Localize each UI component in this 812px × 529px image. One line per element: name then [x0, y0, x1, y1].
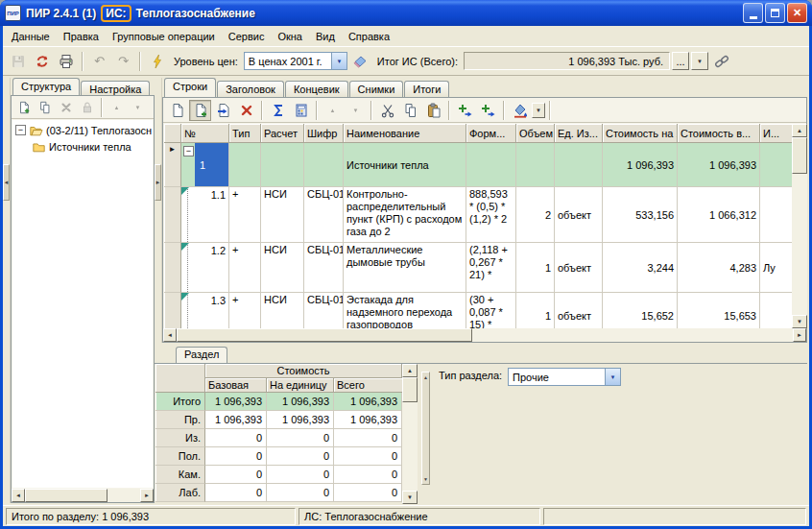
scroll-right-button[interactable]: ► — [140, 489, 154, 502]
grid-horizontal-scrollbar[interactable]: ◄ ► — [163, 328, 806, 342]
grid-header-calc[interactable]: Расчет — [261, 124, 304, 143]
row-up-button[interactable]: ▲ — [322, 100, 344, 121]
grid-cell-cost-total[interactable]: 4,283 — [678, 243, 760, 293]
grid-cell-formula[interactable] — [466, 143, 516, 187]
scroll-up-button[interactable]: ▲ — [402, 364, 418, 377]
minimize-button[interactable] — [743, 3, 763, 23]
grid-cell-marker[interactable] — [164, 187, 181, 243]
fill-color-dropdown[interactable]: ▼ — [532, 103, 545, 118]
grid-cell-extra[interactable] — [760, 187, 792, 243]
grid-cell-name[interactable]: Источники тепла — [344, 143, 466, 187]
scrollbar-track[interactable] — [792, 137, 807, 315]
grid-vertical-scrollbar[interactable]: ▲ ▼ — [792, 124, 807, 328]
close-button[interactable]: ✕ — [787, 3, 807, 23]
insert-row-button[interactable] — [189, 100, 211, 121]
grid-cell-calc[interactable] — [261, 143, 304, 187]
save-button[interactable] — [7, 51, 29, 72]
grid-cell-code[interactable]: СБЦ-01- — [304, 293, 344, 328]
add-position-button[interactable] — [454, 100, 476, 121]
grid-cell-marker[interactable] — [164, 293, 181, 328]
grid-cell-marker[interactable] — [164, 243, 181, 293]
grid-row-group-1[interactable]: ► − 1 Источники тепла — [164, 143, 792, 187]
grid-cell-unit[interactable]: объект — [555, 293, 603, 328]
scroll-right-button[interactable]: ► — [793, 328, 806, 342]
tree-node-root[interactable]: − (03-2/11) Теплогазосн — [12, 122, 153, 138]
tree-horizontal-scrollbar[interactable]: ◄ ► — [12, 489, 154, 502]
grid-cell-calc[interactable]: НСИ — [261, 187, 304, 243]
grid-cell-type[interactable]: + — [229, 243, 261, 293]
collapse-icon[interactable]: − — [15, 125, 26, 135]
chevron-down-icon[interactable]: ▼ — [331, 53, 346, 69]
bottom-splitter[interactable]: ▲ ▼ — [421, 372, 430, 485]
selected-cell[interactable]: 1 — [195, 143, 228, 186]
scrollbar-track[interactable] — [177, 328, 793, 342]
tab-snapshots[interactable]: Снимки — [349, 81, 404, 97]
grid-cell-type[interactable]: + — [229, 293, 261, 328]
grid-cell-num[interactable]: 1.2 — [181, 243, 229, 293]
grid-cell-unit[interactable]: объект — [555, 187, 603, 243]
grid-cell-extra[interactable] — [760, 293, 792, 328]
grid-cell-cost-per-unit[interactable]: 1 096,393 — [603, 143, 678, 187]
grid-cell-calc[interactable]: НСИ — [261, 293, 304, 328]
grid-cell-type[interactable]: + — [229, 187, 261, 243]
fill-color-button[interactable] — [509, 100, 531, 121]
grid-cell-calc[interactable]: НСИ — [261, 243, 304, 293]
grid-cell-unit[interactable] — [555, 143, 603, 187]
collapse-icon[interactable]: − — [183, 146, 194, 156]
grid-cell-num[interactable]: 1.3 — [181, 293, 229, 328]
center-splitter[interactable]: ► — [155, 78, 162, 343]
scroll-left-button[interactable]: ◄ — [163, 328, 177, 342]
summary-header-total[interactable]: Всего — [334, 378, 402, 393]
copy-button[interactable] — [399, 100, 421, 121]
grid-cell-cost-per-unit[interactable]: 533,156 — [603, 187, 678, 243]
add-resource-button[interactable] — [477, 100, 499, 121]
grid-header-type[interactable]: Тип — [229, 124, 261, 143]
add-child-row-button[interactable] — [212, 100, 234, 121]
grid-cell-type[interactable] — [229, 143, 261, 187]
tree-node-child[interactable]: Источники тепла — [12, 138, 153, 155]
tab-section[interactable]: Раздел — [176, 347, 227, 363]
tab-structure[interactable]: Структура — [12, 78, 80, 95]
lock-section-button[interactable] — [77, 98, 97, 117]
scroll-down-button[interactable]: ▼ — [792, 315, 807, 328]
grid-cell-extra[interactable]: Лу — [760, 243, 792, 293]
summary-header-per-unit[interactable]: На единицу — [267, 378, 334, 393]
grid-header-cost-total[interactable]: Стоимость в... — [678, 124, 760, 143]
grid-row-1-2[interactable]: 1.2 + НСИ СБЦ-01- Металлические дымовые … — [164, 243, 792, 293]
copy-section-button[interactable] — [35, 98, 55, 117]
title-bar[interactable]: ПИР ПИР 2.4.1 (1) ИС: Теплогазоснабжение… — [0, 0, 812, 26]
grid-cell-code[interactable]: СБЦ-01- — [304, 187, 344, 243]
price-level-button[interactable] — [146, 51, 168, 72]
add-section-button[interactable] — [13, 98, 34, 117]
grid-cell-formula[interactable]: (2,118 + 0,267 * 21) * — [466, 243, 516, 293]
move-down-button[interactable]: ▼ — [128, 98, 148, 117]
more-button[interactable]: ... — [672, 52, 689, 70]
menu-windows[interactable]: Окна — [271, 28, 309, 45]
grid-cell-marker[interactable]: ► — [164, 143, 181, 187]
grid-cell-num[interactable]: − 1 — [181, 143, 229, 187]
grid-header-formula[interactable]: Форм... — [466, 124, 516, 143]
scrollbar-thumb[interactable] — [792, 137, 807, 174]
grid-cell-extra[interactable] — [760, 143, 792, 187]
link-button[interactable] — [710, 51, 732, 72]
maximize-button[interactable] — [765, 3, 785, 23]
grid-cell-cost-total[interactable]: 1 096,393 — [678, 143, 760, 187]
grid-cell-cost-total[interactable]: 1 066,312 — [678, 187, 760, 243]
menu-edit[interactable]: Правка — [57, 28, 106, 45]
scrollbar-thumb[interactable] — [177, 328, 472, 342]
grid-row-1-3[interactable]: 1.3 + НСИ СБЦ-01- Эстакада для надземног… — [164, 293, 792, 328]
menu-data[interactable]: Данные — [5, 28, 57, 45]
grid-cell-cost-total[interactable]: 15,653 — [678, 293, 760, 328]
grid-cell-cost-per-unit[interactable]: 3,244 — [603, 243, 678, 293]
price-level-combobox[interactable]: В ценах 2001 г. ▼ — [244, 52, 347, 70]
grid-cell-name[interactable]: Эстакада для надземного перехода газопро… — [344, 293, 466, 328]
grid-header-unit[interactable]: Ед. Из... — [555, 124, 603, 143]
grid-header-cost-per-unit[interactable]: Стоимость на ... — [603, 124, 678, 143]
summary-vertical-scrollbar[interactable]: ▲ ▼ — [402, 364, 418, 504]
collapse-left-button[interactable]: ◄ — [3, 164, 10, 201]
row-down-button[interactable]: ▼ — [345, 100, 367, 121]
grid-cell-volume[interactable]: 1 — [516, 293, 555, 328]
grid-cell-name[interactable]: Контрольно-распределительный пункт (КРП)… — [344, 187, 466, 243]
grid-cell-code[interactable]: СБЦ-01- — [304, 243, 344, 293]
app-icon[interactable]: ПИР — [5, 5, 21, 21]
